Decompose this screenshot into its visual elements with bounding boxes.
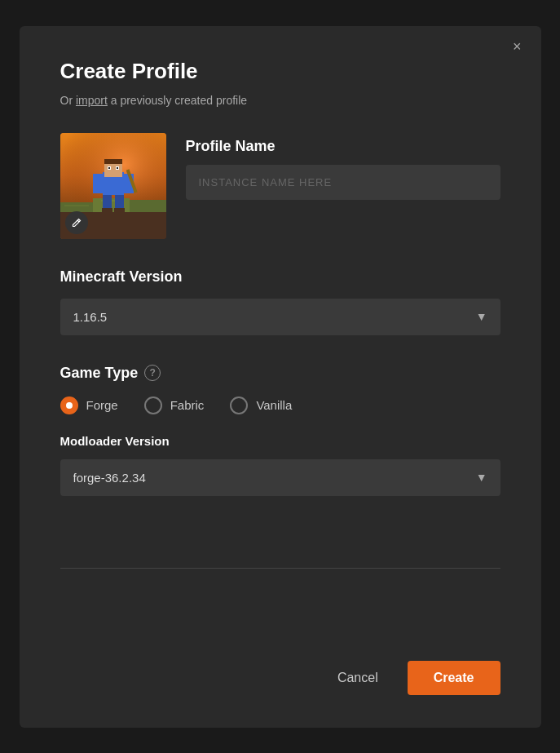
game-type-section: Game Type ? Forge Fabric Vanilla <box>60 365 500 529</box>
forge-radio-label: Forge <box>86 398 118 412</box>
svg-rect-13 <box>117 167 118 169</box>
svg-rect-4 <box>130 200 166 212</box>
svg-rect-20 <box>114 208 125 213</box>
vanilla-radio-label: Vanilla <box>256 398 292 412</box>
fabric-radio-label: Fabric <box>170 398 205 412</box>
game-type-help-icon[interactable]: ? <box>144 365 161 381</box>
minecraft-version-select[interactable]: 1.16.5 1.17.1 1.18.2 1.19.4 1.20.1 <box>60 299 500 335</box>
game-type-header: Game Type ? <box>60 365 500 382</box>
svg-rect-14 <box>93 174 103 193</box>
minecraft-version-label: Minecraft Version <box>60 268 500 286</box>
svg-rect-5 <box>64 205 89 206</box>
import-description: Or import a previously created profile <box>60 94 500 107</box>
profile-row: Profile Name <box>60 133 500 239</box>
pencil-icon <box>71 217 82 228</box>
game-type-radio-group: Forge Fabric Vanilla <box>60 396 500 414</box>
edit-profile-image-badge[interactable] <box>65 211 88 234</box>
svg-rect-2 <box>60 202 93 212</box>
modal-dialog: × Create Profile Or import a previously … <box>20 26 541 728</box>
profile-name-input[interactable] <box>186 165 500 200</box>
close-button[interactable]: × <box>508 38 527 55</box>
forge-radio-circle[interactable] <box>60 396 78 414</box>
modloader-version-select[interactable]: forge-36.2.34 forge-36.2.30 forge-36.2.2… <box>60 459 500 496</box>
action-divider <box>60 568 500 569</box>
vanilla-radio-circle[interactable] <box>230 396 248 414</box>
close-icon: × <box>513 38 522 55</box>
modloader-section: Modloader Version forge-36.2.34 forge-36… <box>60 434 500 496</box>
minecraft-version-select-wrapper: 1.16.5 1.17.1 1.18.2 1.19.4 1.20.1 ▼ <box>60 299 500 335</box>
modal-title: Create Profile <box>60 59 500 84</box>
cancel-button[interactable]: Cancel <box>324 662 391 693</box>
profile-image[interactable] <box>60 133 166 239</box>
profile-name-label: Profile Name <box>186 138 500 155</box>
minecraft-version-section: Minecraft Version 1.16.5 1.17.1 1.18.2 1… <box>60 268 500 335</box>
vanilla-radio-option[interactable]: Vanilla <box>230 396 292 414</box>
import-link[interactable]: import <box>76 94 108 107</box>
svg-rect-19 <box>102 208 112 213</box>
create-button[interactable]: Create <box>408 661 500 695</box>
forge-radio-option[interactable]: Forge <box>60 396 118 414</box>
game-type-label: Game Type <box>60 365 139 382</box>
svg-rect-12 <box>108 167 110 169</box>
fabric-radio-circle[interactable] <box>144 396 162 414</box>
profile-name-section: Profile Name <box>186 133 500 200</box>
svg-rect-9 <box>104 159 122 164</box>
fabric-radio-option[interactable]: Fabric <box>144 396 205 414</box>
action-row: Cancel Create <box>60 661 500 695</box>
modloader-version-label: Modloader Version <box>60 434 500 448</box>
modloader-version-select-wrapper: forge-36.2.34 forge-36.2.30 forge-36.2.2… <box>60 459 500 496</box>
modal-overlay: × Create Profile Or import a previously … <box>0 0 560 753</box>
